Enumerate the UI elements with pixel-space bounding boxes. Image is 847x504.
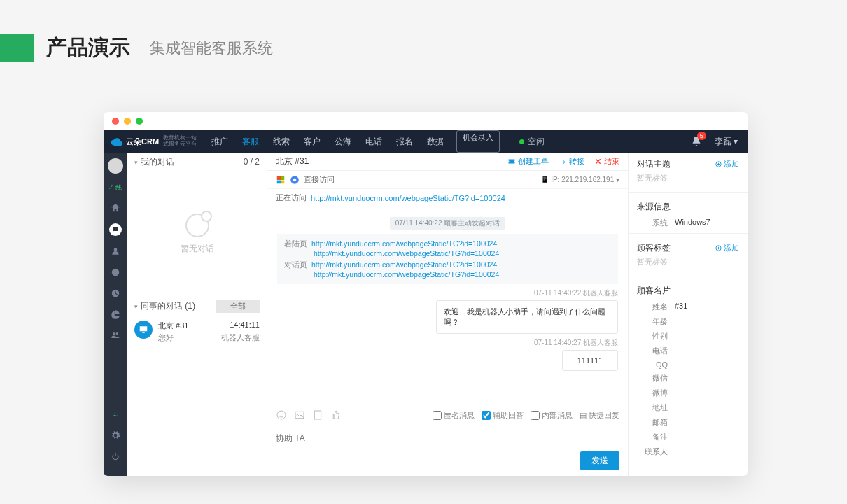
card-field[interactable]: 微博 (629, 386, 748, 400)
quick-reply-button[interactable]: ▤ 快捷回复 (580, 410, 620, 421)
logout-icon[interactable] (110, 451, 121, 462)
card-field[interactable]: 性别 (629, 329, 748, 344)
filter-all-button[interactable]: 全部 (216, 300, 260, 313)
card-field[interactable]: 邮箱 (629, 415, 748, 430)
check-icon[interactable] (110, 267, 121, 278)
colleague-conversations-header[interactable]: ▾同事的对话 (1) 全部 (127, 297, 267, 315)
close-dot[interactable] (112, 118, 119, 125)
record-opportunity-button[interactable]: 机会录入 (456, 130, 500, 153)
visiting-info: 正在访问 http://mkt.yunduocrm.com/webpageSta… (267, 189, 628, 207)
nav-data[interactable]: 数据 (420, 130, 451, 153)
transfer-icon (559, 158, 567, 166)
nav-phone[interactable]: 电话 (358, 130, 389, 153)
conversation-item[interactable]: 北京 #3114:41:11 您好机器人客服 (127, 315, 267, 349)
tags-header: 顾客标签 添加 (629, 237, 748, 257)
slide-title: 产品演示 (46, 34, 130, 62)
card-field[interactable]: 电话 (629, 344, 748, 358)
wifi-icon[interactable]: ≈ (110, 409, 121, 420)
plus-icon (715, 160, 722, 168)
slide-header: 产品演示 集成智能客服系统 (0, 34, 273, 62)
end-button[interactable]: 结束 (594, 156, 620, 167)
image-icon[interactable] (294, 410, 305, 421)
compose-toolbar: 匿名消息 辅助回答 内部消息 ▤ 快捷回复 (267, 405, 628, 425)
send-button[interactable]: 发送 (580, 451, 620, 470)
emoji-icon[interactable] (276, 410, 287, 421)
pie-icon[interactable] (110, 309, 121, 320)
chat-icon[interactable] (109, 223, 122, 236)
card-header: 顾客名片 (629, 279, 748, 300)
system-tag: 07/11 14:40:22 顾客主动发起对话 (390, 217, 506, 230)
svg-point-0 (112, 269, 120, 276)
bot-message-1: 欢迎，我是机器人小助手，请问遇到了什么问题吗？ (436, 300, 618, 334)
accent-block (0, 34, 34, 62)
notifications-button[interactable]: 5 (691, 136, 702, 147)
add-tag-button[interactable]: 添加 (715, 243, 739, 253)
anon-checkbox[interactable]: 匿名消息 (433, 410, 475, 421)
card-field[interactable]: 年龄 (629, 314, 748, 329)
nav-promo[interactable]: 推广 (204, 130, 235, 153)
history-icon[interactable] (110, 288, 121, 299)
zoom-dot[interactable] (136, 118, 143, 125)
my-count: 0 / 2 (244, 157, 260, 167)
card-field[interactable]: 地址 (629, 400, 748, 415)
nav-signup[interactable]: 报名 (389, 130, 420, 153)
internal-checkbox[interactable]: 内部消息 (531, 410, 573, 421)
person-icon[interactable] (110, 246, 121, 257)
card-field[interactable]: 备注 (629, 430, 748, 444)
visiting-url[interactable]: http://mkt.yunduocrm.com/webpageStatic/T… (311, 194, 505, 202)
message-input[interactable] (276, 428, 620, 449)
user-menu[interactable]: 李磊 ▾ (715, 136, 738, 148)
plus-icon (715, 244, 722, 252)
create-ticket-button[interactable]: 创建工单 (507, 156, 549, 167)
chat-title: 北京 #31 (276, 155, 309, 167)
nav-customers[interactable]: 客户 (297, 130, 328, 153)
dialog-url-2[interactable]: http://mkt.yunduocrm.com/webpageStatic/T… (314, 270, 499, 279)
ticket-icon (507, 158, 516, 166)
dialog-url[interactable]: http://mkt.yunduocrm.com/webpageStatic/T… (312, 260, 497, 269)
avatar[interactable] (108, 158, 123, 174)
card-field[interactable]: 微信 (629, 371, 748, 386)
chat-header: 北京 #31 创建工单 转接 结束 (267, 153, 628, 171)
message-area: 07/11 14:40:22 顾客主动发起对话 着陆页http://mkt.yu… (267, 207, 628, 405)
close-icon (594, 158, 602, 165)
card-field[interactable]: 联系人 (629, 444, 748, 459)
svg-point-5 (282, 414, 283, 414)
add-topic-button[interactable]: 添加 (715, 159, 739, 169)
window-controls (104, 112, 748, 130)
slide-subtitle: 集成智能客服系统 (150, 38, 273, 59)
minimize-dot[interactable] (124, 118, 131, 125)
agent-status[interactable]: 空闲 (519, 136, 545, 148)
assist-checkbox[interactable]: 辅助回答 (482, 410, 524, 421)
conversation-list: ▾我的对话 0 / 2 暂无对话 ▾同事的对话 (1) 全部 北京 #3114:… (127, 153, 267, 476)
nav-leads[interactable]: 线索 (266, 130, 297, 153)
attach-icon[interactable] (312, 410, 323, 421)
access-type: 直接访问 (304, 174, 335, 185)
thumbs-icon[interactable] (330, 410, 342, 421)
gear-icon[interactable] (110, 430, 121, 441)
home-icon[interactable] (110, 202, 121, 214)
svg-rect-7 (314, 411, 321, 419)
monitor-icon (134, 321, 153, 339)
visiting-label: 正在访问 (276, 192, 307, 203)
card-field[interactable]: QQ (629, 358, 748, 371)
access-info: 直接访问 📱 IP: 221.219.162.191 ▾ (267, 171, 628, 189)
status-label: 空闲 (528, 136, 545, 148)
landing-url[interactable]: http://mkt.yunduocrm.com/webpageStatic/T… (312, 239, 497, 248)
group-icon[interactable] (110, 330, 121, 341)
landing-url-2[interactable]: http://mkt.yunduocrm.com/webpageStatic/T… (314, 249, 499, 258)
chrome-icon (290, 175, 300, 185)
card-field[interactable]: 姓名#31 (629, 300, 748, 314)
nav-pool[interactable]: 公海 (328, 130, 358, 153)
source-system: 系统Windows7 (629, 216, 748, 230)
top-nav: 推广 客服 线索 客户 公海 电话 报名 数据 机会录入 (204, 130, 500, 153)
logo[interactable]: 云朵CRM 教育机构一站式服务云平台 (104, 130, 204, 153)
empty-label: 暂无对话 (181, 243, 214, 255)
source-header: 来源信息 (629, 195, 748, 216)
transfer-button[interactable]: 转接 (559, 156, 584, 167)
my-conversations-header[interactable]: ▾我的对话 0 / 2 (127, 153, 267, 171)
windows-icon (276, 175, 286, 185)
svg-point-4 (279, 414, 280, 414)
app-window: 云朵CRM 教育机构一站式服务云平台 推广 客服 线索 客户 公海 电话 报名 … (104, 112, 748, 476)
empty-state: 暂无对话 (127, 171, 267, 297)
nav-service[interactable]: 客服 (235, 130, 266, 153)
